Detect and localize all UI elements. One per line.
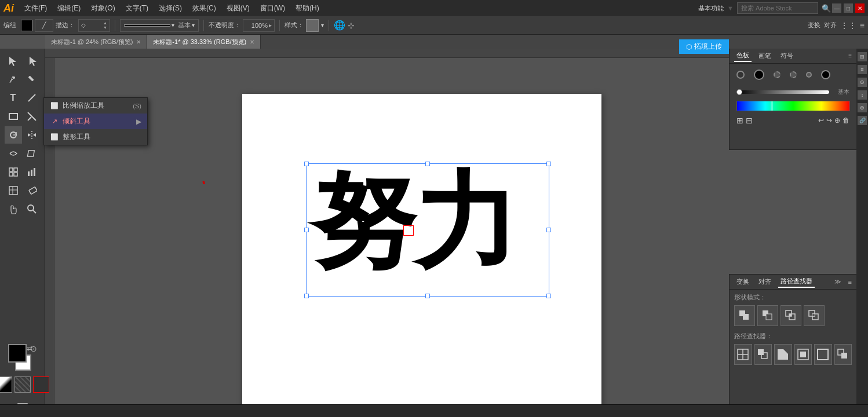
minus-back-btn[interactable]	[834, 344, 852, 365]
upload-button[interactable]: ⬡ 拓境上传	[679, 39, 729, 54]
pen-tool[interactable]	[5, 71, 22, 88]
color-swatch-extra[interactable]	[33, 376, 49, 393]
style-preview[interactable]	[306, 19, 319, 32]
symbol-tool[interactable]	[5, 163, 22, 181]
reflect-tool[interactable]	[23, 126, 41, 144]
pf-tab-transform[interactable]: 变换	[734, 276, 752, 287]
text-tool[interactable]: T	[5, 89, 22, 107]
exclude-btn[interactable]	[804, 305, 825, 326]
menu-effect[interactable]: 效果(C)	[188, 2, 221, 14]
unite-btn[interactable]	[734, 305, 755, 326]
handle-top-left[interactable]	[304, 162, 309, 166]
cut-tool[interactable]	[23, 108, 41, 125]
eyedropper-tool[interactable]	[23, 71, 41, 88]
panel-collapse-btn[interactable]: ≡	[848, 53, 852, 59]
menu-edit[interactable]: 编辑(E)	[53, 2, 85, 14]
pf-tab-align[interactable]: 对齐	[756, 276, 774, 287]
handle-bot-left[interactable]	[304, 294, 309, 298]
warp-tool[interactable]	[5, 145, 22, 162]
gradient-swatch[interactable]	[0, 376, 12, 393]
menu-view[interactable]: 视图(V)	[222, 2, 254, 14]
strip-icon-6[interactable]: 🔗	[858, 116, 867, 125]
free-transform-tool[interactable]	[23, 145, 41, 162]
outline-btn[interactable]	[814, 344, 832, 365]
fill-swatch[interactable]	[21, 20, 32, 31]
rotate-tool[interactable]	[5, 126, 22, 144]
stroke-weight-slider[interactable]	[736, 90, 829, 94]
strip-icon-5[interactable]: ⊕	[858, 103, 867, 112]
select-tool[interactable]	[5, 52, 22, 70]
ctx-item-scale[interactable]: ⬜ 比例缩放工具 (S)	[44, 98, 147, 114]
none-swatch[interactable]	[14, 376, 31, 393]
rect-tool[interactable]	[5, 108, 22, 125]
style-arrow[interactable]: ▾	[321, 22, 324, 28]
handle-bot-right[interactable]	[546, 294, 551, 298]
crop-btn[interactable]	[794, 344, 812, 365]
color-panel-icon-4[interactable]: ↪	[826, 116, 832, 125]
ctx-item-reshape[interactable]: ⬜ 整形工具	[44, 129, 147, 145]
minus-front-btn[interactable]	[757, 305, 778, 326]
arrange-icon[interactable]: ⋮⋮	[840, 21, 856, 30]
pf-expand-icon[interactable]: ≫	[834, 278, 841, 286]
close-button[interactable]: ✕	[855, 3, 865, 13]
opacity-input[interactable]	[246, 22, 268, 29]
swap-colors-icon[interactable]: ⇄	[27, 344, 32, 352]
line-tool[interactable]	[23, 89, 41, 107]
tab-symbol[interactable]: 符号	[778, 50, 796, 61]
handle-bot-mid[interactable]	[425, 294, 430, 298]
menu-help[interactable]: 帮助(H)	[291, 2, 324, 14]
tab-1-close[interactable]: ✕	[250, 39, 254, 45]
color-panel-icon-2[interactable]: ⊟	[746, 116, 753, 125]
color-dot-2[interactable]	[754, 70, 764, 80]
tab-0[interactable]: 未标题-1 @ 24% (RGB/预览) ✕	[45, 35, 147, 49]
handle-mid-right[interactable]	[546, 228, 551, 232]
strip-icon-2[interactable]: ≡	[858, 65, 867, 74]
gradient-bar[interactable]	[736, 101, 850, 111]
menu-select[interactable]: 选择(S)	[154, 2, 187, 14]
hand-tool[interactable]	[5, 200, 22, 218]
merge-btn[interactable]	[774, 344, 792, 365]
intersect-btn[interactable]	[781, 305, 801, 326]
maximize-button[interactable]: □	[844, 3, 853, 13]
zoom-tool[interactable]	[23, 200, 41, 218]
color-dot-1[interactable]	[736, 71, 745, 79]
color-dot-4[interactable]	[790, 71, 797, 78]
tab-0-close[interactable]: ✕	[136, 39, 141, 45]
search-icon[interactable]: 🔍	[822, 4, 831, 13]
strip-icon-4[interactable]: ↕	[858, 90, 867, 100]
fg-color-swatch[interactable]	[8, 344, 27, 363]
color-panel-icon-3[interactable]: ↩	[818, 116, 824, 125]
color-panel-icon-5[interactable]: ⊕	[834, 116, 840, 125]
color-panel-icon-1[interactable]: ⊞	[736, 116, 743, 125]
tab-color-swatch[interactable]: 色板	[734, 50, 752, 62]
globe-icon-btn[interactable]: 🌐	[334, 20, 345, 31]
minimize-button[interactable]: —	[832, 3, 841, 13]
trim-btn[interactable]	[754, 344, 772, 365]
color-dot-6[interactable]	[821, 70, 830, 79]
slice-tool[interactable]	[5, 182, 22, 199]
color-panel-icon-6[interactable]: 🗑	[843, 116, 849, 125]
color-dot-5[interactable]	[806, 72, 812, 78]
handle-top-right[interactable]	[546, 162, 551, 166]
select-icon-btn[interactable]: ⊹	[348, 21, 355, 30]
direct-select-tool[interactable]	[23, 52, 41, 70]
menu-object[interactable]: 对象(O)	[86, 2, 119, 14]
menu-text[interactable]: 文字(T)	[121, 2, 153, 14]
workspace-label[interactable]: 基本功能	[698, 4, 724, 13]
menu-window[interactable]: 窗口(W)	[256, 2, 290, 14]
tab-1[interactable]: 未标题-1* @ 33.33% (RGB/预览) ✕	[147, 35, 261, 49]
stroke-style-dropdown[interactable]: ▾ 基本 ▾	[120, 19, 199, 32]
stroke-width-input[interactable]	[86, 22, 103, 29]
pf-menu-icon[interactable]: ≡	[848, 279, 852, 286]
strip-icon-1[interactable]: ⊞	[858, 52, 867, 61]
stroke-color-btn[interactable]: ╱	[35, 19, 53, 32]
tab-brush[interactable]: 画笔	[756, 50, 774, 61]
expand-icon[interactable]: ≡	[860, 21, 865, 30]
pf-tab-pathfinder[interactable]: 路径查找器	[778, 276, 815, 288]
handle-mid-left[interactable]	[304, 228, 309, 232]
stock-search-input[interactable]	[737, 2, 818, 14]
color-dot-3[interactable]	[774, 71, 781, 78]
eraser-tool[interactable]	[23, 182, 41, 199]
menu-file[interactable]: 文件(F)	[20, 2, 52, 14]
divide-btn[interactable]	[734, 344, 752, 365]
